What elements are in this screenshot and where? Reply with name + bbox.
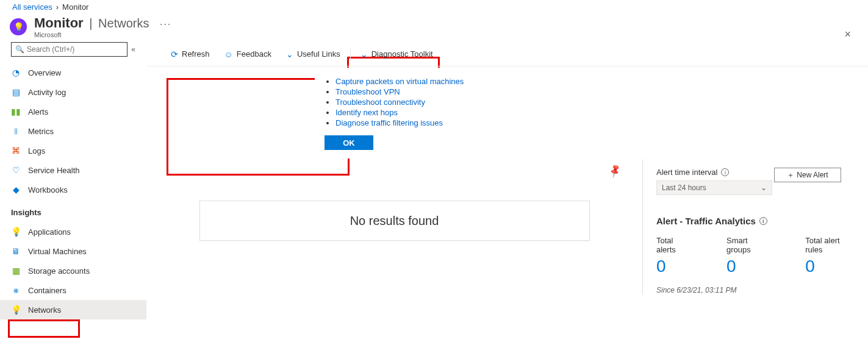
search-input[interactable]: 🔍 (11, 42, 127, 57)
service-health-icon: ♡ (11, 165, 21, 175)
chevron-down-icon: ⌄ (360, 49, 368, 59)
monitor-icon: 💡 (10, 18, 27, 35)
sidebar-item-overview[interactable]: ◔Overview (0, 63, 146, 82)
workbooks-icon: ◆ (11, 185, 21, 194)
toolbar: ⟳Refresh ☺Feedback ⌄Useful Links ⌄Diagno… (146, 42, 868, 66)
sidebar-item-label: Virtual Machines (28, 247, 87, 256)
page-title: Monitor (34, 15, 84, 30)
metrics-icon: ⫴ (11, 126, 21, 136)
stat-smart-groups: Smart groups0 (726, 236, 771, 276)
sidebar-item-label: Activity log (28, 88, 66, 97)
refresh-label: Refresh (182, 49, 210, 59)
interval-label: Alert time interval (656, 168, 717, 177)
main-content: ⟳Refresh ☺Feedback ⌄Useful Links ⌄Diagno… (146, 42, 868, 322)
page-header: 💡 Monitor | Networks ··· Microsoft × (0, 12, 868, 42)
sidebar-item-alerts[interactable]: ▮▮Alerts (0, 102, 146, 121)
stat-value[interactable]: 0 (656, 257, 692, 276)
sidebar-item-storage-accounts[interactable]: ▦Storage accounts (0, 261, 146, 280)
info-icon[interactable]: i (759, 217, 767, 225)
interval-value: Last 24 hours (662, 183, 706, 192)
refresh-icon: ⟳ (171, 49, 178, 59)
sidebar-item-workbooks[interactable]: ◆Workbooks (0, 180, 146, 199)
sidebar-item-virtual-machines[interactable]: 🖥Virtual Machines (0, 241, 146, 261)
breadcrumb-current[interactable]: Monitor (62, 2, 88, 12)
interval-dropdown[interactable]: Last 24 hours ⌄ (656, 180, 772, 195)
sidebar-item-activity-log[interactable]: ▤Activity log (0, 82, 146, 102)
sidebar-item-label: Logs (28, 146, 45, 155)
storage-accounts-icon: ▦ (11, 266, 21, 276)
stat-total-alert-rules: Total alert rules0 (805, 236, 856, 276)
stat-value[interactable]: 0 (726, 257, 771, 276)
company-label: Microsoft (34, 31, 171, 38)
toolkit-link[interactable]: Capture packets on virtual machines (335, 77, 464, 86)
activity-log-icon: ▤ (11, 87, 21, 97)
diagnostic-toolkit-button[interactable]: ⌄Diagnostic Toolkit (354, 43, 439, 65)
refresh-button[interactable]: ⟳Refresh (165, 43, 216, 65)
sidebar-item-label: Overview (28, 68, 61, 77)
toolkit-item: Troubleshoot VPN (335, 87, 489, 97)
sidebar-item-label: Networks (28, 305, 61, 315)
breadcrumb: All services › Monitor (0, 0, 868, 12)
toolkit-link[interactable]: Troubleshoot connectivity (335, 98, 425, 107)
sidebar-item-label: Applications (28, 227, 71, 237)
useful-links-button[interactable]: ⌄Useful Links (280, 43, 346, 65)
feedback-button[interactable]: ☺Feedback (218, 43, 278, 65)
logs-icon: ⌘ (11, 146, 21, 155)
since-text: Since 6/23/21, 03:11 PM (656, 286, 856, 294)
diagnostic-toolkit-menu: Capture packets on virtual machinesTroub… (315, 68, 495, 159)
new-alert-label: New Alert (797, 171, 828, 179)
ok-button[interactable]: OK (325, 135, 373, 150)
sidebar-item-label: Service Health (28, 166, 80, 175)
search-field[interactable] (27, 45, 123, 54)
networks-icon: 💡 (11, 305, 21, 315)
sidebar-item-logs[interactable]: ⌘Logs (0, 141, 146, 160)
sidebar-item-metrics[interactable]: ⫴Metrics (0, 121, 146, 141)
info-icon[interactable]: i (721, 168, 729, 176)
more-button[interactable]: ··· (160, 19, 171, 29)
sidebar: 🔍 « ◔Overview▤Activity log▮▮Alerts⫴Metri… (0, 42, 146, 322)
sidebar-item-label: Alerts (28, 107, 48, 116)
toolkit-link[interactable]: Diagnose traffic filtering issues (335, 118, 443, 127)
sidebar-item-label: Storage accounts (28, 266, 90, 276)
no-results-card: No results found (199, 201, 590, 241)
sidebar-item-label: Containers (28, 286, 66, 295)
page-section: Networks (98, 16, 149, 30)
sidebar-item-label: Metrics (28, 127, 54, 136)
applications-icon: 💡 (11, 227, 21, 237)
insights-header: Insights (0, 202, 146, 219)
feedback-label: Feedback (237, 49, 271, 59)
sidebar-item-applications[interactable]: 💡Applications (0, 222, 146, 241)
alerts-icon: ▮▮ (11, 107, 21, 116)
new-alert-button[interactable]: ＋ New Alert (774, 168, 841, 182)
toolkit-item: Troubleshoot connectivity (335, 97, 489, 107)
close-icon[interactable]: × (844, 28, 851, 41)
stat-label: Smart groups (726, 236, 771, 254)
containers-icon: ⎈ (11, 285, 21, 295)
toolkit-link[interactable]: Identify next hops (335, 108, 398, 117)
toolbar-separator (350, 48, 351, 60)
smiley-icon: ☺ (224, 49, 233, 59)
results-canvas: 📌 No results found (146, 176, 642, 294)
sidebar-item-label: Workbooks (28, 185, 68, 194)
collapse-sidebar-icon[interactable]: « (131, 45, 135, 54)
alert-section-title: Alert - Traffic Analytics (656, 216, 756, 226)
toolkit-item: Diagnose traffic filtering issues (335, 118, 489, 128)
sidebar-item-networks[interactable]: 💡Networks (0, 300, 146, 319)
toolkit-link[interactable]: Troubleshoot VPN (335, 87, 400, 96)
breadcrumb-root[interactable]: All services (12, 2, 52, 12)
alerts-panel: Alert time interval i Last 24 hours ⌄ ＋ … (642, 159, 868, 294)
diag-toolkit-label: Diagnostic Toolkit (371, 49, 433, 59)
stat-value[interactable]: 0 (805, 257, 856, 276)
pin-icon[interactable]: 📌 (607, 163, 623, 179)
title-divider: | (89, 16, 92, 30)
useful-links-label: Useful Links (297, 49, 340, 59)
search-icon: 🔍 (15, 45, 24, 54)
toolkit-item: Capture packets on virtual machines (335, 76, 489, 87)
sidebar-item-containers[interactable]: ⎈Containers (0, 280, 146, 300)
overview-icon: ◔ (11, 68, 21, 77)
plus-icon: ＋ (787, 170, 794, 180)
sidebar-item-service-health[interactable]: ♡Service Health (0, 160, 146, 180)
chevron-down-icon: ⌄ (761, 183, 767, 192)
annotation-highlight (8, 319, 80, 338)
stat-total-alerts: Total alerts0 (656, 236, 692, 276)
